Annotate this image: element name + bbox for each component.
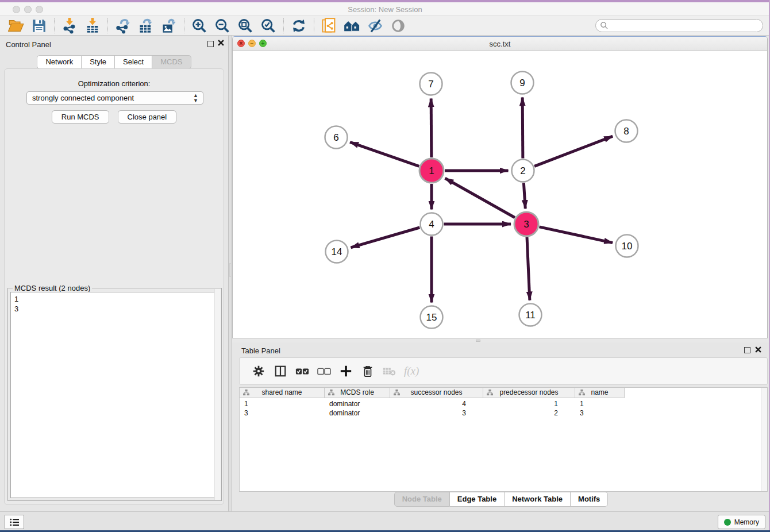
zoom-in-icon[interactable] [191, 18, 208, 34]
zoom-out-icon[interactable] [214, 18, 231, 34]
hierarchy-icon [487, 390, 493, 396]
column-header-shared-name[interactable]: shared name [240, 388, 325, 398]
tab-motifs[interactable]: Motifs [571, 492, 608, 507]
table-cell[interactable]: 3 [240, 408, 325, 418]
tab-node-table[interactable]: Node Table [394, 492, 450, 507]
status-bar: Memory [0, 511, 770, 530]
import-table-icon[interactable] [84, 18, 101, 34]
graph-canvas[interactable]: 1234678910111415 [233, 52, 767, 338]
table-cell[interactable]: 3 [390, 408, 483, 418]
column-header-predecessor-nodes[interactable]: predecessor nodes [483, 388, 575, 398]
result-scrollbar[interactable] [214, 289, 221, 500]
close-panel-icon[interactable] [218, 40, 224, 46]
float-panel-icon[interactable] [207, 41, 214, 47]
graph-edge-3-1[interactable] [445, 178, 515, 217]
close-panel-icon[interactable] [755, 346, 761, 353]
table-cell[interactable]: dominator [325, 408, 390, 418]
table-cell[interactable]: 4 [390, 399, 483, 408]
graph-node-label: 9 [519, 78, 525, 88]
tab-network[interactable]: Network [37, 55, 82, 69]
tab-network-table[interactable]: Network Table [505, 492, 571, 507]
close-panel-button[interactable]: Close panel [118, 110, 177, 124]
graph-edge-2-3[interactable] [523, 183, 525, 209]
deselect-all-icon[interactable] [317, 364, 332, 379]
criterion-value: strongly connected component [32, 94, 134, 102]
network-window: × − + scc.txt 1234678910111415 [232, 36, 768, 338]
hierarchy-icon [579, 390, 585, 396]
export-image-icon[interactable] [160, 18, 178, 34]
table-cell[interactable]: 1 [575, 399, 625, 408]
select-all-icon[interactable] [295, 364, 310, 379]
zoom-fit-icon[interactable] [237, 18, 254, 34]
table-panel-title: Table Panel [241, 346, 280, 355]
open-session-icon[interactable] [7, 18, 25, 34]
graph-node-label: 3 [523, 219, 529, 230]
add-column-icon[interactable] [338, 364, 353, 379]
graph-node-label: 8 [623, 126, 629, 137]
refresh-icon[interactable] [290, 18, 307, 34]
table-cell[interactable]: 1 [240, 399, 325, 408]
home-icon[interactable] [344, 18, 361, 34]
column-header-name[interactable]: name [575, 388, 625, 398]
criterion-dropdown[interactable]: strongly connected component ▲▼ [26, 91, 203, 105]
table-cell[interactable]: dominator [325, 399, 390, 408]
graph-edge-1-6[interactable] [350, 142, 419, 166]
graph-node-label: 1 [429, 165, 434, 176]
function-builder-icon: f(x) [404, 365, 419, 377]
graph-node-label: 7 [428, 79, 433, 90]
graph-edge-3-11[interactable] [527, 237, 530, 300]
save-session-icon[interactable] [30, 18, 48, 34]
float-panel-icon[interactable] [744, 347, 750, 353]
toolbar-separator [107, 18, 108, 33]
run-mcds-button[interactable]: Run MCDS [52, 110, 109, 124]
column-header-MCDS-role[interactable]: MCDS role [325, 388, 390, 398]
import-network-icon[interactable] [61, 18, 78, 34]
horizontal-splitter[interactable] [232, 338, 770, 342]
dropdown-stepper-icon: ▲▼ [193, 93, 198, 103]
graph-node-label: 2 [520, 165, 525, 176]
graph-edge-2-8[interactable] [534, 136, 613, 166]
control-panel-title: Control Panel [6, 40, 51, 49]
list-icon [9, 518, 20, 527]
export-network-icon[interactable] [114, 18, 132, 34]
mcds-result-title: MCDS result (2 nodes) [13, 284, 92, 292]
table-cell[interactable]: 1 [483, 399, 575, 408]
graph-node-label: 10 [622, 241, 633, 252]
show-icon[interactable] [390, 18, 407, 34]
table-scrollbar[interactable] [761, 388, 767, 491]
tab-edge-table[interactable]: Edge Table [450, 492, 505, 507]
table-row[interactable]: 1dominator411 [240, 399, 625, 408]
task-history-button[interactable] [5, 515, 24, 529]
mcds-result-text[interactable]: 1 3 [10, 292, 219, 498]
network-file-icon[interactable] [321, 18, 338, 34]
main-toolbar [0, 16, 770, 36]
export-table-icon[interactable] [137, 18, 155, 34]
settings-gear-icon[interactable] [251, 364, 266, 379]
hide-icon[interactable] [367, 18, 384, 34]
graph-edge-1-7[interactable] [431, 98, 432, 157]
graph-edge-3-10[interactable] [539, 227, 613, 243]
app-window: Session: New Session [0, 0, 770, 532]
column-header-successor-nodes[interactable]: successor nodes [390, 388, 483, 398]
graph-node-label: 4 [429, 219, 434, 230]
table-cell[interactable]: 2 [483, 408, 575, 418]
node-table[interactable]: shared nameMCDS rolesuccessor nodesprede… [239, 387, 768, 492]
splitter-grip[interactable] [229, 263, 231, 277]
tab-select[interactable]: Select [115, 55, 152, 69]
column-layout-icon[interactable] [273, 364, 288, 379]
search-input[interactable] [595, 19, 763, 32]
vertical-splitter[interactable] [228, 36, 232, 511]
graph-edge-2-9[interactable] [522, 97, 523, 158]
delete-column-icon[interactable] [360, 364, 375, 379]
network-window-titlebar: × − + scc.txt [233, 37, 767, 51]
table-cell[interactable]: 3 [575, 408, 625, 418]
tab-style[interactable]: Style [82, 55, 115, 69]
graph-edge-4-14[interactable] [351, 228, 419, 248]
toolbar-separator [184, 18, 184, 33]
tab-mcds[interactable]: MCDS [152, 55, 191, 69]
control-panel: Control Panel Network Style Select MCDS … [0, 36, 228, 511]
table-row[interactable]: 3dominator323 [240, 408, 625, 418]
zoom-selected-icon[interactable] [260, 18, 277, 34]
memory-button[interactable]: Memory [718, 515, 765, 529]
splitter-grip[interactable] [476, 340, 480, 342]
